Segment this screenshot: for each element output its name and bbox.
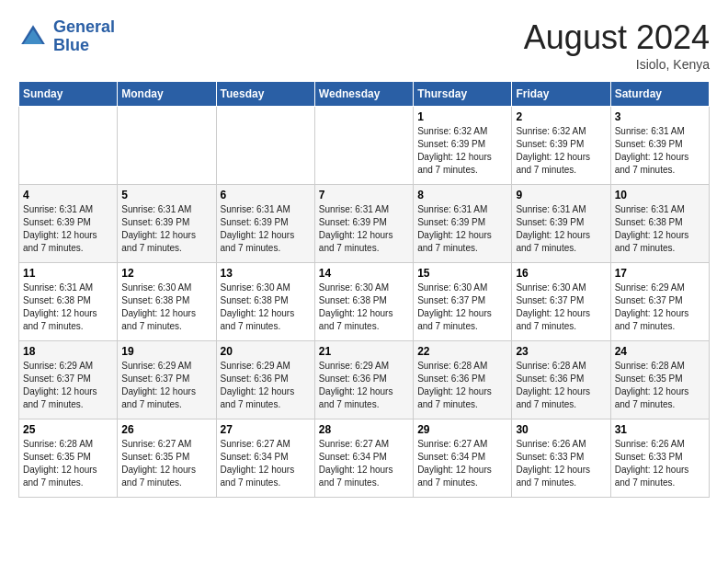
day-number: 22: [417, 345, 507, 358]
calendar-cell: 7Sunrise: 6:31 AM Sunset: 6:39 PM Daylig…: [314, 185, 413, 263]
logo: General Blue: [18, 18, 115, 55]
calendar-cell: 9Sunrise: 6:31 AM Sunset: 6:39 PM Daylig…: [512, 185, 610, 263]
day-number: 15: [417, 267, 507, 280]
day-info: Sunrise: 6:26 AM Sunset: 6:33 PM Dayligh…: [516, 438, 606, 489]
day-info: Sunrise: 6:31 AM Sunset: 6:39 PM Dayligh…: [319, 203, 409, 255]
day-number: 24: [615, 345, 705, 358]
location: Isiolo, Kenya: [524, 57, 710, 72]
day-info: Sunrise: 6:29 AM Sunset: 6:36 PM Dayligh…: [221, 360, 311, 411]
day-number: 16: [516, 267, 606, 280]
day-number: 10: [615, 189, 705, 201]
weekday-wednesday: Wednesday: [314, 82, 413, 107]
day-info: Sunrise: 6:32 AM Sunset: 6:39 PM Dayligh…: [417, 125, 507, 177]
calendar-cell: 11Sunrise: 6:31 AM Sunset: 6:38 PM Dayli…: [19, 263, 118, 341]
day-info: Sunrise: 6:31 AM Sunset: 6:39 PM Dayligh…: [121, 203, 211, 255]
day-info: Sunrise: 6:28 AM Sunset: 6:35 PM Dayligh…: [23, 438, 113, 489]
calendar-cell: 25Sunrise: 6:28 AM Sunset: 6:35 PM Dayli…: [19, 419, 118, 498]
day-number: 31: [615, 423, 705, 436]
day-info: Sunrise: 6:28 AM Sunset: 6:36 PM Dayligh…: [417, 360, 507, 411]
day-number: 7: [319, 189, 409, 201]
day-number: 20: [221, 345, 311, 358]
logo-blue: Blue: [53, 36, 89, 54]
day-number: 29: [417, 423, 507, 436]
calendar-table: SundayMondayTuesdayWednesdayThursdayFrid…: [18, 81, 710, 498]
day-info: Sunrise: 6:31 AM Sunset: 6:39 PM Dayligh…: [221, 203, 311, 255]
day-number: 11: [23, 267, 113, 280]
day-info: Sunrise: 6:31 AM Sunset: 6:38 PM Dayligh…: [615, 203, 705, 255]
calendar-cell: [19, 107, 118, 185]
day-number: 3: [615, 110, 705, 123]
calendar-cell: 14Sunrise: 6:30 AM Sunset: 6:38 PM Dayli…: [314, 263, 413, 341]
calendar-cell: 24Sunrise: 6:28 AM Sunset: 6:35 PM Dayli…: [610, 341, 709, 419]
calendar-cell: 3Sunrise: 6:31 AM Sunset: 6:39 PM Daylig…: [610, 107, 709, 185]
day-info: Sunrise: 6:30 AM Sunset: 6:37 PM Dayligh…: [417, 282, 507, 333]
title-block: August 2024 Isiolo, Kenya: [524, 18, 710, 72]
day-number: 27: [221, 423, 311, 436]
day-info: Sunrise: 6:27 AM Sunset: 6:34 PM Dayligh…: [221, 438, 311, 489]
calendar-cell: 26Sunrise: 6:27 AM Sunset: 6:35 PM Dayli…: [118, 419, 216, 498]
logo-general: General: [53, 17, 115, 36]
day-number: 19: [121, 345, 211, 358]
calendar-cell: 22Sunrise: 6:28 AM Sunset: 6:36 PM Dayli…: [414, 341, 512, 419]
weekday-sunday: Sunday: [19, 82, 118, 107]
calendar-cell: 1Sunrise: 6:32 AM Sunset: 6:39 PM Daylig…: [414, 107, 512, 185]
day-info: Sunrise: 6:30 AM Sunset: 6:38 PM Dayligh…: [319, 282, 409, 333]
day-number: 25: [23, 423, 113, 436]
calendar-week-row: 11Sunrise: 6:31 AM Sunset: 6:38 PM Dayli…: [19, 263, 710, 341]
day-info: Sunrise: 6:31 AM Sunset: 6:39 PM Dayligh…: [23, 203, 113, 255]
calendar-cell: 17Sunrise: 6:29 AM Sunset: 6:37 PM Dayli…: [610, 263, 709, 341]
day-info: Sunrise: 6:32 AM Sunset: 6:39 PM Dayligh…: [516, 125, 606, 177]
day-info: Sunrise: 6:28 AM Sunset: 6:36 PM Dayligh…: [516, 360, 606, 411]
day-info: Sunrise: 6:27 AM Sunset: 6:35 PM Dayligh…: [121, 438, 211, 489]
day-info: Sunrise: 6:27 AM Sunset: 6:34 PM Dayligh…: [417, 438, 507, 489]
calendar-week-row: 4Sunrise: 6:31 AM Sunset: 6:39 PM Daylig…: [19, 185, 710, 263]
day-info: Sunrise: 6:28 AM Sunset: 6:35 PM Dayligh…: [615, 360, 705, 411]
logo-icon: [18, 22, 48, 52]
calendar-cell: 12Sunrise: 6:30 AM Sunset: 6:38 PM Dayli…: [118, 263, 216, 341]
calendar-cell: 10Sunrise: 6:31 AM Sunset: 6:38 PM Dayli…: [610, 185, 709, 263]
calendar-cell: 30Sunrise: 6:26 AM Sunset: 6:33 PM Dayli…: [512, 419, 610, 498]
calendar-cell: [216, 107, 314, 185]
calendar-body: 1Sunrise: 6:32 AM Sunset: 6:39 PM Daylig…: [19, 107, 710, 498]
calendar-cell: 18Sunrise: 6:29 AM Sunset: 6:37 PM Dayli…: [19, 341, 118, 419]
weekday-monday: Monday: [118, 82, 216, 107]
calendar-cell: 16Sunrise: 6:30 AM Sunset: 6:37 PM Dayli…: [512, 263, 610, 341]
day-number: 28: [319, 423, 409, 436]
day-info: Sunrise: 6:26 AM Sunset: 6:33 PM Dayligh…: [615, 438, 705, 489]
weekday-thursday: Thursday: [414, 82, 512, 107]
logo-text: General Blue: [53, 18, 115, 55]
calendar-cell: 13Sunrise: 6:30 AM Sunset: 6:38 PM Dayli…: [216, 263, 314, 341]
weekday-row: SundayMondayTuesdayWednesdayThursdayFrid…: [19, 82, 710, 107]
calendar-cell: 31Sunrise: 6:26 AM Sunset: 6:33 PM Dayli…: [610, 419, 709, 498]
day-info: Sunrise: 6:30 AM Sunset: 6:38 PM Dayligh…: [121, 282, 211, 333]
calendar-week-row: 18Sunrise: 6:29 AM Sunset: 6:37 PM Dayli…: [19, 341, 710, 419]
day-number: 6: [221, 189, 311, 201]
calendar-cell: 5Sunrise: 6:31 AM Sunset: 6:39 PM Daylig…: [118, 185, 216, 263]
calendar-cell: [314, 107, 413, 185]
day-number: 8: [417, 189, 507, 201]
day-number: 17: [615, 267, 705, 280]
day-number: 4: [23, 189, 113, 201]
calendar-cell: 23Sunrise: 6:28 AM Sunset: 6:36 PM Dayli…: [512, 341, 610, 419]
calendar-cell: 6Sunrise: 6:31 AM Sunset: 6:39 PM Daylig…: [216, 185, 314, 263]
month-year: August 2024: [524, 18, 710, 57]
calendar-week-row: 25Sunrise: 6:28 AM Sunset: 6:35 PM Dayli…: [19, 419, 710, 498]
calendar-cell: 27Sunrise: 6:27 AM Sunset: 6:34 PM Dayli…: [216, 419, 314, 498]
day-number: 2: [516, 110, 606, 123]
day-number: 30: [516, 423, 606, 436]
calendar-header: SundayMondayTuesdayWednesdayThursdayFrid…: [19, 82, 710, 107]
day-number: 12: [121, 267, 211, 280]
calendar-cell: 20Sunrise: 6:29 AM Sunset: 6:36 PM Dayli…: [216, 341, 314, 419]
day-number: 26: [121, 423, 211, 436]
day-number: 9: [516, 189, 606, 201]
calendar-cell: 21Sunrise: 6:29 AM Sunset: 6:36 PM Dayli…: [314, 341, 413, 419]
weekday-saturday: Saturday: [610, 82, 709, 107]
day-number: 5: [121, 189, 211, 201]
calendar-cell: 8Sunrise: 6:31 AM Sunset: 6:39 PM Daylig…: [414, 185, 512, 263]
day-number: 23: [516, 345, 606, 358]
calendar-cell: 2Sunrise: 6:32 AM Sunset: 6:39 PM Daylig…: [512, 107, 610, 185]
day-number: 13: [221, 267, 311, 280]
day-number: 18: [23, 345, 113, 358]
calendar-cell: 28Sunrise: 6:27 AM Sunset: 6:34 PM Dayli…: [314, 419, 413, 498]
weekday-tuesday: Tuesday: [216, 82, 314, 107]
